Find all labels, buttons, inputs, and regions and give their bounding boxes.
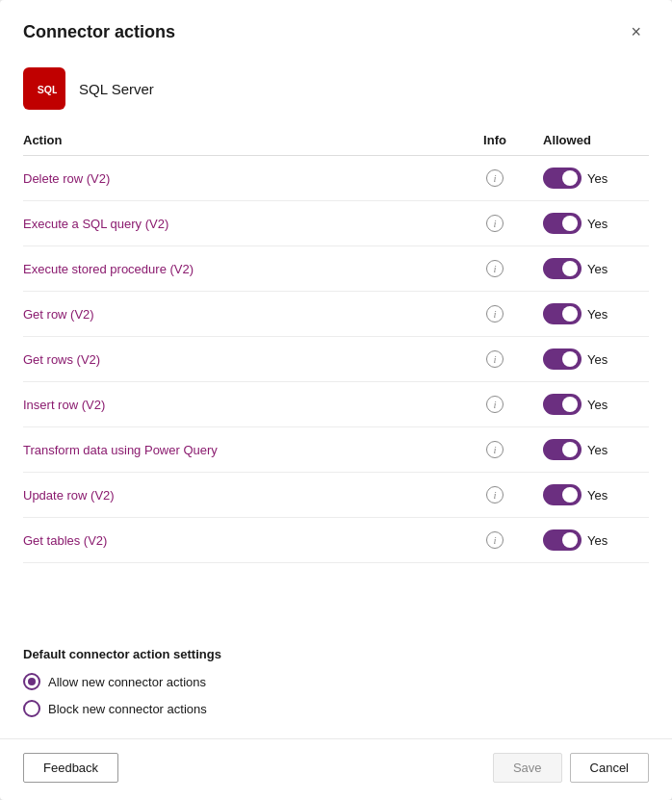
table-row: Get rows (V2) i Yes [23,337,649,382]
allowed-label-6: Yes [587,443,607,457]
info-icon-5[interactable]: i [486,396,504,413]
table-row: Delete row (V2) i Yes [23,156,649,201]
action-allowed-4: Yes [533,348,649,370]
toggle-6[interactable] [543,439,582,460]
allowed-label-7: Yes [587,488,607,503]
action-name-5: Insert row (V2) [23,398,456,412]
action-allowed-5: Yes [533,394,649,415]
allowed-label-4: Yes [587,352,607,367]
radio-circle-allow [23,673,40,690]
action-allowed-1: Yes [533,213,649,234]
info-icon-3[interactable]: i [486,305,504,323]
table-row: Execute stored procedure (V2) i Yes [23,246,649,292]
action-allowed-8: Yes [533,529,649,551]
info-icon-1[interactable]: i [486,215,504,232]
close-button[interactable]: × [623,19,649,44]
action-name-6: Transform data using Power Query [23,443,456,457]
action-info-3: i [456,305,533,323]
allowed-label-2: Yes [587,262,607,276]
action-name-3: Get row (V2) [23,307,456,322]
radio-label-allow: Allow new connector actions [48,675,206,689]
default-settings-section: Default connector action settings Allow … [0,630,672,738]
info-icon-4[interactable]: i [486,350,504,368]
action-info-8: i [456,531,533,549]
action-name-1: Execute a SQL query (V2) [23,217,456,231]
connector-actions-dialog: Connector actions × SQL SQL Server Actio… [0,0,672,800]
action-info-1: i [456,215,533,232]
info-icon-7[interactable]: i [486,486,504,503]
svg-text:SQL: SQL [38,84,57,95]
info-icon-0[interactable]: i [486,169,504,187]
table-row: Get row (V2) i Yes [23,292,649,337]
radio-option-allow[interactable]: Allow new connector actions [23,673,649,690]
allowed-column-header: Allowed [533,133,649,147]
action-name-7: Update row (V2) [23,488,456,503]
info-column-header: Info [456,133,533,147]
connector-name: SQL Server [79,81,154,97]
action-allowed-7: Yes [533,484,649,505]
table-row: Execute a SQL query (V2) i Yes [23,201,649,246]
table-row: Insert row (V2) i Yes [23,382,649,427]
actions-table: Action Info Allowed Delete row (V2) i Ye… [0,125,672,630]
save-button[interactable]: Save [493,753,562,783]
action-info-5: i [456,396,533,413]
dialog-footer: Feedback Save Cancel [0,738,672,800]
radio-option-block[interactable]: Block new connector actions [23,700,649,717]
dialog-title: Connector actions [23,22,175,42]
action-info-6: i [456,441,533,458]
action-allowed-6: Yes [533,439,649,460]
toggle-1[interactable] [543,213,582,234]
info-icon-2[interactable]: i [486,260,504,277]
action-info-4: i [456,350,533,368]
table-rows-container: Delete row (V2) i Yes Execute a SQL quer… [23,156,649,563]
allowed-label-8: Yes [587,533,607,548]
allowed-label-5: Yes [587,398,607,412]
default-settings-title: Default connector action settings [23,647,649,661]
connector-icon: SQL [23,67,65,110]
allowed-label-3: Yes [587,307,607,322]
toggle-3[interactable] [543,303,582,324]
footer-right: Save Cancel [493,753,649,783]
toggle-8[interactable] [543,529,582,551]
cancel-button[interactable]: Cancel [570,753,649,783]
action-name-2: Execute stored procedure (V2) [23,262,456,276]
info-icon-6[interactable]: i [486,441,504,458]
feedback-button[interactable]: Feedback [23,753,118,783]
allowed-label-0: Yes [587,171,607,186]
action-column-header: Action [23,133,456,147]
dialog-header: Connector actions × [0,0,672,56]
allowed-label-1: Yes [587,217,607,231]
action-name-4: Get rows (V2) [23,352,456,367]
toggle-4[interactable] [543,348,582,370]
action-allowed-3: Yes [533,303,649,324]
sql-server-icon: SQL [32,76,57,101]
info-icon-8[interactable]: i [486,531,504,549]
action-allowed-0: Yes [533,168,649,189]
radio-label-block: Block new connector actions [48,702,207,716]
toggle-5[interactable] [543,394,582,415]
table-row: Get tables (V2) i Yes [23,518,649,563]
action-info-2: i [456,260,533,277]
action-name-8: Get tables (V2) [23,533,456,548]
toggle-7[interactable] [543,484,582,505]
table-row: Transform data using Power Query i Yes [23,427,649,473]
radio-circle-block [23,700,40,717]
toggle-0[interactable] [543,168,582,189]
footer-left: Feedback [23,753,118,783]
table-row: Update row (V2) i Yes [23,473,649,518]
radio-options-container: Allow new connector actions Block new co… [23,673,649,717]
connector-info: SQL SQL Server [0,56,672,125]
toggle-2[interactable] [543,258,582,279]
table-header: Action Info Allowed [23,125,649,156]
action-info-7: i [456,486,533,503]
action-info-0: i [456,169,533,187]
action-name-0: Delete row (V2) [23,171,456,186]
action-allowed-2: Yes [533,258,649,279]
